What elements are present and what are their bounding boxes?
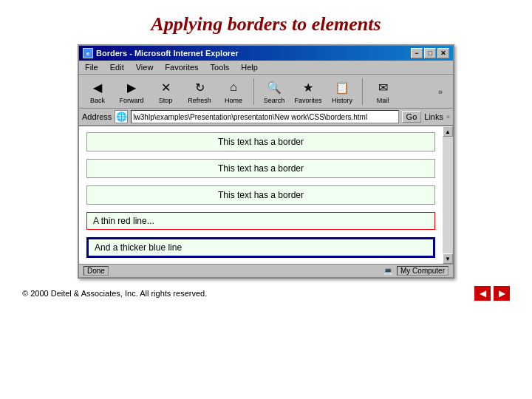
nav-buttons: ◀ ▶ [474, 286, 510, 301]
thin-red-text: A thin red line... [93, 216, 154, 226]
stop-button[interactable]: ✕ Stop [150, 77, 181, 106]
address-input[interactable] [131, 110, 398, 123]
toolbar-more[interactable]: » [438, 87, 450, 96]
title-bar-controls: − □ ✕ [411, 48, 449, 58]
scroll-up-button[interactable]: ▲ [443, 126, 453, 137]
address-globe-icon: 🌐 [115, 110, 128, 123]
mail-icon: ✉ [372, 78, 393, 96]
scroll-down-button[interactable]: ▼ [443, 253, 453, 264]
history-icon: 📋 [332, 78, 352, 96]
border-box-2-text: This text has a border [218, 163, 304, 174]
links-arrow-icon: » [446, 113, 450, 120]
stop-label: Stop [159, 97, 173, 104]
maximize-button[interactable]: □ [424, 48, 436, 58]
links-label[interactable]: Links [424, 112, 443, 121]
refresh-label: Refresh [188, 97, 211, 104]
back-label: Back [90, 97, 105, 104]
search-label: Search [264, 97, 285, 104]
thick-blue-text: And a thicker blue line [95, 242, 182, 253]
page-footer: © 2000 Deitel & Associates, Inc. All rig… [0, 279, 532, 301]
scroll-track[interactable] [443, 137, 453, 253]
prev-button[interactable]: ◀ [474, 286, 491, 301]
address-label: Address [82, 112, 112, 121]
home-button[interactable]: ⌂ Home [218, 77, 249, 106]
scrollbar[interactable]: ▲ ▼ [443, 126, 453, 264]
search-button[interactable]: 🔍 Search [259, 77, 290, 106]
page-title: Applying borders to elements [0, 0, 532, 44]
status-text: Done [83, 266, 109, 276]
back-icon: ◀ [87, 78, 108, 96]
minimize-button[interactable]: − [411, 48, 423, 58]
address-bar: Address 🌐 Go Links » [79, 109, 453, 126]
favorites-icon: ★ [298, 78, 318, 96]
toolbar: ◀ Back ▶ Forward ✕ Stop ↻ Refresh ⌂ Home… [79, 75, 453, 109]
home-icon: ⌂ [223, 78, 244, 96]
history-label: History [332, 97, 352, 104]
border-box-3-text: This text has a border [218, 190, 304, 200]
refresh-button[interactable]: ↻ Refresh [184, 77, 215, 106]
refresh-icon: ↻ [189, 78, 210, 96]
go-button[interactable]: Go [402, 111, 422, 123]
browser-content-wrapper: This text has a border This text has a b… [79, 126, 453, 264]
menu-favorites[interactable]: Favorites [162, 62, 201, 72]
close-button[interactable]: ✕ [437, 48, 449, 58]
menu-help[interactable]: Help [238, 62, 261, 72]
browser-icon: e [83, 48, 93, 58]
title-bar: e Borders - Microsoft Internet Explorer … [79, 46, 453, 61]
browser-window: e Borders - Microsoft Internet Explorer … [78, 44, 454, 279]
title-bar-label: Borders - Microsoft Internet Explorer [96, 49, 239, 58]
border-box-1: This text has a border [86, 132, 435, 151]
toolbar-separator-2 [362, 78, 363, 105]
toolbar-separator [253, 78, 254, 105]
back-button[interactable]: ◀ Back [82, 77, 113, 106]
menu-bar: File Edit View Favorites Tools Help [79, 61, 453, 75]
menu-edit[interactable]: Edit [107, 62, 127, 72]
title-bar-left: e Borders - Microsoft Internet Explorer [83, 48, 239, 58]
border-box-thick-blue: And a thicker blue line [86, 237, 435, 258]
history-button[interactable]: 📋 History [327, 77, 358, 106]
stop-icon: ✕ [155, 78, 176, 96]
menu-tools[interactable]: Tools [208, 62, 233, 72]
border-box-2: This text has a border [86, 159, 435, 178]
forward-label: Forward [119, 97, 143, 104]
forward-icon: ▶ [121, 78, 142, 96]
search-icon: 🔍 [264, 78, 284, 96]
status-bar: Done 💻 My Computer [79, 264, 453, 277]
zone-text: My Computer [397, 266, 449, 276]
mail-label: Mail [377, 97, 389, 104]
menu-file[interactable]: File [82, 62, 101, 72]
forward-button[interactable]: ▶ Forward [116, 77, 147, 106]
mail-button[interactable]: ✉ Mail [367, 77, 398, 106]
status-right: 💻 My Computer [383, 266, 449, 276]
favorites-button[interactable]: ★ Favorites [293, 77, 324, 106]
zone-icon: 💻 [383, 267, 392, 275]
border-box-3: This text has a border [86, 185, 435, 205]
border-box-thin-red: A thin red line... [86, 212, 435, 230]
menu-view[interactable]: View [133, 62, 157, 72]
border-box-1-text: This text has a border [218, 137, 304, 147]
favorites-label: Favorites [294, 97, 321, 104]
content-area: This text has a border This text has a b… [79, 126, 443, 264]
next-button[interactable]: ▶ [494, 286, 510, 301]
copyright-text: © 2000 Deitel & Associates, Inc. All rig… [22, 289, 207, 298]
home-label: Home [225, 97, 242, 104]
